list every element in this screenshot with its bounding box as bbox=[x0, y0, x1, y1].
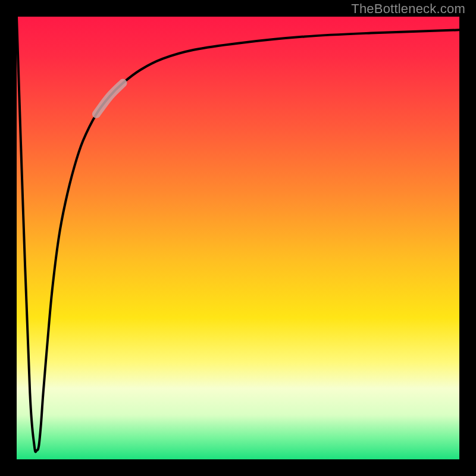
chart-plot-area bbox=[17, 17, 459, 459]
bottleneck-curve-path bbox=[17, 17, 459, 452]
chart-curve-svg bbox=[17, 17, 459, 459]
attribution-text: TheBottleneck.com bbox=[351, 1, 465, 17]
bottleneck-curve-highlight bbox=[96, 83, 123, 114]
